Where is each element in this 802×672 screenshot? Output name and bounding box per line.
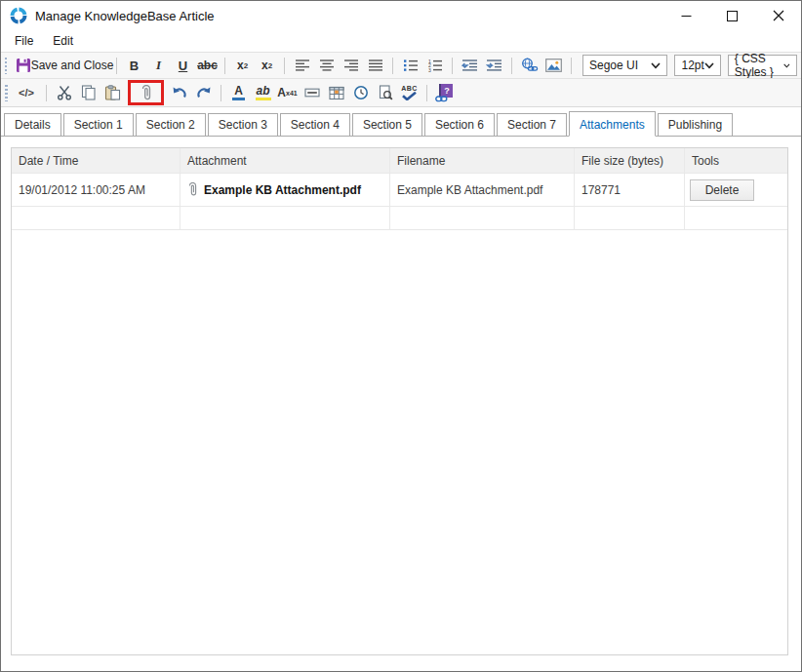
highlight-color-button[interactable]: ab (252, 82, 274, 103)
window-controls (663, 1, 801, 30)
align-right-button[interactable] (340, 55, 362, 76)
subscript-base: x (261, 59, 268, 72)
column-header-tools[interactable]: Tools (684, 148, 787, 173)
format-toolbar: Save and Close B I U abc x2 x2 123 (1, 52, 801, 78)
empty-cell (684, 207, 787, 229)
size-adjust-letter: A (277, 86, 286, 99)
font-family-value: Segoe UI (589, 59, 638, 72)
table-row-empty (12, 206, 787, 229)
undo-button[interactable] (168, 82, 190, 103)
spellcheck-button[interactable]: ABC (398, 82, 421, 103)
numbered-list-icon: 123 (427, 59, 443, 72)
menu-file[interactable]: File (5, 31, 43, 51)
tab-section-2[interactable]: Section 2 (136, 113, 206, 137)
redo-button[interactable] (192, 82, 215, 103)
font-size-adjust-button[interactable]: Ax41 (276, 82, 299, 103)
delete-button[interactable]: Delete (690, 179, 754, 201)
redo-icon (195, 85, 213, 100)
horizontal-rule-icon (304, 86, 320, 99)
cut-icon (57, 85, 72, 100)
numbered-list-button[interactable]: 123 (423, 55, 446, 76)
attachment-name: Example KB Attachment.pdf (204, 183, 361, 197)
tab-section-7[interactable]: Section 7 (497, 113, 567, 137)
font-family-select[interactable]: Segoe UI (582, 55, 667, 76)
print-preview-button[interactable] (374, 82, 396, 103)
save-icon (16, 58, 31, 73)
insert-time-button[interactable] (349, 82, 372, 103)
toolbar-separator (224, 58, 225, 74)
align-center-icon (319, 59, 335, 72)
tab-details[interactable]: Details (4, 113, 61, 137)
dropdown-chevron-icon (704, 62, 714, 69)
cell-date-time: 19/01/2012 11:00:25 AM (12, 174, 180, 206)
column-header-attachment[interactable]: Attachment (180, 148, 389, 173)
superscript-base: x (237, 59, 244, 72)
toolbar-separator (452, 58, 453, 74)
tab-section-3[interactable]: Section 3 (208, 113, 278, 137)
column-header-date-time[interactable]: Date / Time (12, 148, 180, 173)
align-justify-button[interactable] (364, 55, 386, 76)
copy-button[interactable] (77, 82, 100, 103)
font-color-letter: A (234, 85, 243, 97)
attach-icon (140, 85, 152, 101)
bullet-list-icon (403, 59, 419, 72)
empty-cell (389, 207, 574, 229)
attach-file-button[interactable] (135, 82, 157, 103)
edit-toolbar: </> A ab Ax41 (1, 78, 801, 107)
subscript-button[interactable]: x2 (256, 55, 278, 76)
menu-edit[interactable]: Edit (43, 31, 83, 51)
align-center-button[interactable] (315, 55, 338, 76)
highlight-letters: ab (256, 85, 269, 97)
highlight-color-bar (256, 98, 271, 100)
column-header-file-size[interactable]: File size (bytes) (574, 148, 684, 173)
font-size-select[interactable]: 12pt (674, 55, 720, 76)
align-justify-icon (368, 59, 383, 72)
underline-button[interactable]: U (172, 55, 194, 76)
tab-section-5[interactable]: Section 5 (352, 113, 422, 137)
superscript-button[interactable]: x2 (231, 55, 254, 76)
bold-button[interactable]: B (123, 55, 145, 76)
indent-button[interactable] (483, 55, 505, 76)
tab-section-4[interactable]: Section 4 (280, 113, 350, 137)
horizontal-rule-button[interactable] (301, 82, 323, 103)
cut-button[interactable] (53, 82, 75, 103)
toolbar-separator (116, 58, 117, 74)
insert-link-icon (520, 58, 539, 73)
tab-section-6[interactable]: Section 6 (424, 113, 495, 137)
bullet-list-button[interactable] (399, 55, 421, 76)
link-check-button[interactable]: ? (433, 82, 456, 103)
outdent-button[interactable] (459, 55, 481, 76)
maximize-button[interactable] (709, 1, 755, 30)
insert-image-button[interactable] (542, 55, 565, 76)
save-and-close-button[interactable]: Save and Close (36, 55, 110, 76)
size-adjust-script: x41 (286, 90, 298, 97)
strikethrough-button[interactable]: abc (196, 55, 219, 76)
align-left-button[interactable] (291, 55, 313, 76)
font-color-button[interactable]: A (227, 82, 250, 103)
tab-section-1[interactable]: Section 1 (63, 113, 134, 137)
attachment-highlight-annotation (128, 80, 164, 105)
spellcheck-icon (402, 92, 417, 100)
code-view-button[interactable]: </> (13, 82, 40, 103)
column-header-filename[interactable]: Filename (389, 148, 574, 173)
save-and-close-label: Save and Close (31, 59, 114, 72)
toolbar-grip-handle[interactable] (5, 85, 8, 101)
tab-attachments[interactable]: Attachments (569, 111, 656, 137)
preview-icon (378, 85, 393, 100)
align-right-icon (343, 59, 359, 72)
toolbar-grip-handle[interactable] (5, 58, 7, 74)
insert-table-button[interactable] (325, 82, 347, 103)
svg-text:3: 3 (428, 67, 431, 72)
close-button[interactable] (755, 1, 801, 30)
italic-button[interactable]: I (147, 55, 170, 76)
tab-publishing[interactable]: Publishing (658, 113, 733, 137)
clock-icon (353, 85, 369, 100)
attachment-link[interactable]: Example KB Attachment.pdf (187, 182, 361, 197)
minimize-button[interactable] (663, 1, 709, 30)
css-styles-select[interactable]: { CSS Styles } (728, 55, 797, 76)
paste-button[interactable] (101, 82, 124, 103)
tab-bar: Details Section 1 Section 2 Section 3 Se… (1, 107, 801, 137)
dropdown-chevron-icon (783, 62, 790, 69)
toolbar-separator (426, 85, 427, 101)
insert-link-button[interactable] (518, 55, 541, 76)
